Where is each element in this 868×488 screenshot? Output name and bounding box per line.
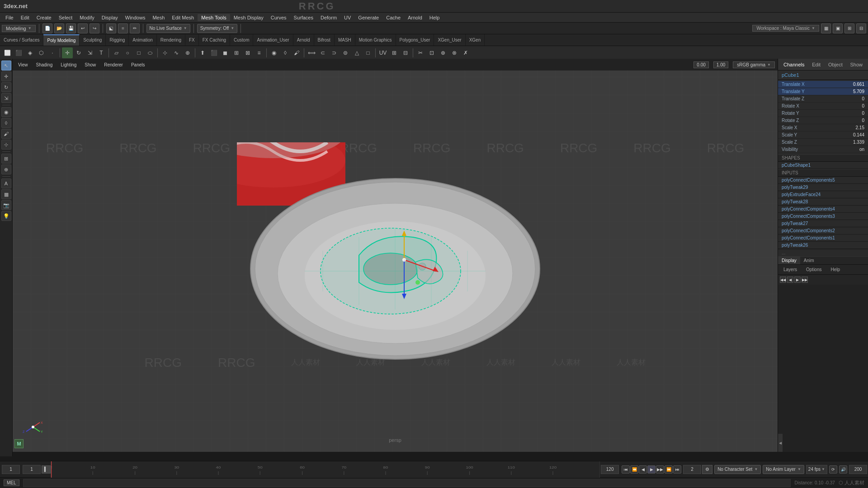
no-live-surface-dropdown[interactable]: No Live Surface ▼ <box>146 24 190 33</box>
scale-tool-btn[interactable]: ⇲ <box>1 93 11 103</box>
tab-motion-graphics[interactable]: Motion Graphics <box>355 34 396 46</box>
sculpt-btn[interactable]: ◊ <box>280 47 291 58</box>
select-all-btn[interactable]: ⬜ <box>2 47 13 58</box>
viewport[interactable]: RRCGRRCGRRCGRRCG RRCGRRCGRRCGRRCG RRCGRR… <box>13 59 778 452</box>
merge-btn[interactable]: ⊕ <box>438 47 448 58</box>
menu-edit-mesh[interactable]: Edit Mesh <box>168 14 198 21</box>
move-btn[interactable]: ✛ <box>62 47 73 58</box>
workspace-selector[interactable]: Workspace : Maya Classic ▼ <box>752 25 819 32</box>
channels-tab[interactable]: Channels <box>782 61 806 68</box>
collapse-btn[interactable]: ⊡ <box>426 47 437 58</box>
layers-subtab[interactable]: Layers <box>780 266 801 273</box>
vp-panels-btn[interactable]: Panels <box>128 62 148 68</box>
menu-uv[interactable]: UV <box>340 14 354 21</box>
tab-bifrost[interactable]: Bifrost <box>314 34 335 46</box>
rotate-y-row[interactable]: Rotate Y 0 <box>778 110 868 117</box>
tab-xgen[interactable]: XGen <box>466 34 485 46</box>
menu-edit[interactable]: Edit <box>17 14 33 21</box>
tab-rendering[interactable]: Rendering <box>157 34 185 46</box>
menu-arnold[interactable]: Arnold <box>404 14 426 21</box>
translate-y-row[interactable]: Translate Y 5.709 <box>778 88 868 95</box>
face-select-btn[interactable]: ◈ <box>24 47 35 58</box>
vp-lighting-btn[interactable]: Lighting <box>58 62 79 68</box>
snap-grid-btn[interactable]: ⊹ <box>160 47 170 58</box>
menu-mesh[interactable]: Mesh <box>149 14 168 21</box>
input-0[interactable]: polyConnectComponents5 <box>778 177 868 184</box>
light-btn[interactable]: 💡 <box>1 211 11 221</box>
connect-btn[interactable]: ⊞ <box>231 47 242 58</box>
menu-deform[interactable]: Deform <box>317 14 340 21</box>
quad-btn[interactable]: □ <box>363 47 373 58</box>
create-cyl-btn[interactable]: ⬭ <box>145 47 156 58</box>
input-6[interactable]: polyTweak27 <box>778 220 868 227</box>
uv-editor-btn[interactable]: UV <box>377 47 388 58</box>
range-start-field[interactable]: 1 <box>23 465 41 474</box>
play-fwd-btn[interactable]: ▶▶ <box>656 465 664 474</box>
anim-tab[interactable]: Anim <box>800 257 818 264</box>
paint-btn[interactable]: ✏ <box>130 23 140 33</box>
move-tool-btn[interactable]: ✛ <box>1 71 11 81</box>
translate-z-row[interactable]: Translate Z 0 <box>778 95 868 103</box>
create-cube-btn[interactable]: □ <box>133 47 144 58</box>
separate-btn[interactable]: ⊃ <box>329 47 340 58</box>
display-tab[interactable]: Display <box>778 257 800 264</box>
gamma-value-field[interactable]: 0.00 <box>693 61 708 68</box>
input-3[interactable]: polyTweak28 <box>778 198 868 206</box>
prev-frame-btn[interactable]: ◀ <box>639 465 647 474</box>
snap-curve-btn[interactable]: ∿ <box>171 47 182 58</box>
input-9[interactable]: polyTweak26 <box>778 242 868 249</box>
mode-selector[interactable]: Modeling ▼ <box>2 25 36 32</box>
gamma-selector[interactable]: sRGB gamma ▼ <box>733 61 775 68</box>
tab-animation[interactable]: Animation <box>129 34 156 46</box>
range-end-field[interactable]: 120 <box>601 465 619 474</box>
tab-fx[interactable]: FX <box>185 34 199 46</box>
soft-mod-btn[interactable]: ◉ <box>1 107 11 117</box>
annotate-btn[interactable]: A <box>1 178 11 188</box>
paint-btn-l[interactable]: 🖌 <box>1 129 11 139</box>
shape-item[interactable]: pCubeShape1 <box>778 162 868 169</box>
measure-btn[interactable]: ⊹ <box>1 140 11 150</box>
tab-rigging[interactable]: Rigging <box>106 34 129 46</box>
end-frame-field[interactable]: 2 <box>683 465 701 474</box>
input-8[interactable]: polyConnectComponents1 <box>778 235 868 242</box>
tab-fx-caching[interactable]: FX Caching <box>199 34 230 46</box>
extrude-btn[interactable]: ⬆ <box>197 47 208 58</box>
paint-weights-btn[interactable]: 🖌 <box>291 47 302 58</box>
translate-x-row[interactable]: Translate X 0.661 <box>778 81 868 88</box>
input-1[interactable]: polyTweak29 <box>778 184 868 191</box>
menu-generate[interactable]: Generate <box>354 14 382 21</box>
input-5[interactable]: polyConnectComponents3 <box>778 213 868 220</box>
command-field[interactable] <box>23 479 791 487</box>
tab-arnold[interactable]: Arnold <box>293 34 314 46</box>
lasso-btn[interactable]: ⌗ <box>118 23 128 33</box>
tab-animation-user[interactable]: Animation_User <box>253 34 293 46</box>
triangulate-btn[interactable]: △ <box>351 47 362 58</box>
vertex-select-btn[interactable]: · <box>47 47 58 58</box>
rotate-tool-btn[interactable]: ↻ <box>1 82 11 92</box>
next-key-btn[interactable]: ⏩ <box>665 465 673 474</box>
edge-select-btn[interactable]: ⬡ <box>36 47 47 58</box>
loop-btn[interactable]: ⟳ <box>829 465 837 474</box>
input-4[interactable]: polyConnectComponents4 <box>778 206 868 213</box>
vp-view-btn[interactable]: View <box>15 62 31 68</box>
gamma-gain-field[interactable]: 1.00 <box>713 61 728 68</box>
menu-modify[interactable]: Modify <box>76 14 98 21</box>
go-end-btn[interactable]: ⏭ <box>673 465 681 474</box>
tab-custom[interactable]: Custom <box>230 34 253 46</box>
create-sphere-btn[interactable]: ○ <box>122 47 133 58</box>
delete-edge-btn[interactable]: ✂ <box>415 47 426 58</box>
tab-sculpting[interactable]: Sculpting <box>80 34 106 46</box>
mel-python-toggle[interactable]: MEL <box>4 479 19 486</box>
menu-display[interactable]: Display <box>98 14 122 21</box>
menu-select[interactable]: Select <box>55 14 76 21</box>
combine-btn[interactable]: ⊂ <box>317 47 328 58</box>
menu-cache[interactable]: Cache <box>382 14 404 21</box>
new-scene-btn[interactable]: 📄 <box>42 23 52 33</box>
input-7[interactable]: polyConnectComponents2 <box>778 227 868 235</box>
uv-layout-btn[interactable]: ⊟ <box>400 47 411 58</box>
fill-hole-btn[interactable]: ⊜ <box>340 47 351 58</box>
help-subtab[interactable]: Help <box>827 266 844 273</box>
create-poly-btn[interactable]: ▱ <box>111 47 122 58</box>
menu-windows[interactable]: Windows <box>122 14 149 21</box>
bevel-btn[interactable]: ◼ <box>220 47 231 58</box>
